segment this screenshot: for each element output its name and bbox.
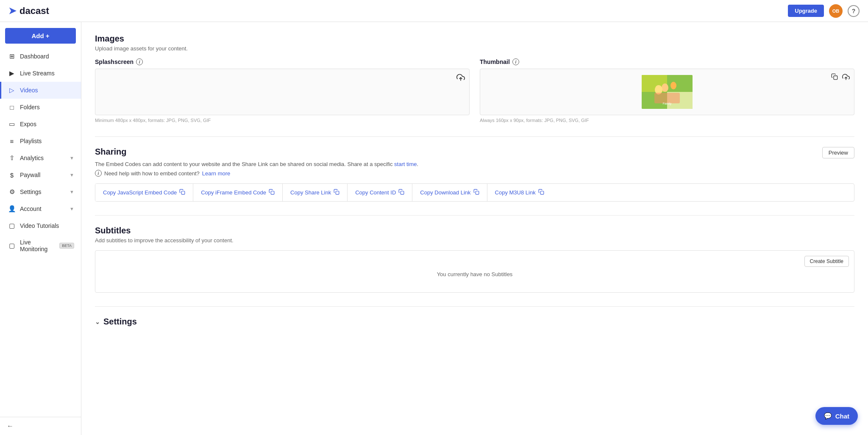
settings-icon: ⚙ [8,188,16,196]
images-description: Upload image assets for your content. [95,45,854,52]
thumbnail-wrapper: Thumbnail i [480,58,854,123]
video-tutorials-icon: ▢ [8,222,16,230]
sidebar-item-label: Settings [20,188,42,195]
copy-m3u8-link-button[interactable]: Copy M3U8 Link [487,184,552,201]
no-subtitles-text: You currently have no Subtitles [102,271,847,277]
settings-chevron-icon: ⌄ [95,319,100,325]
upgrade-button[interactable]: Upgrade [788,5,824,17]
sidebar-item-expos[interactable]: ▭ Expos [0,116,81,133]
divider-1 [95,136,854,137]
svg-rect-11 [181,191,185,194]
videos-icon: ▷ [8,86,16,94]
copy-js-embed-label: Copy JavaScript Embed Code [103,189,177,196]
avatar-button[interactable]: OB [829,4,843,18]
sidebar-item-folders[interactable]: □ Folders [0,99,81,116]
sidebar-item-label: Expos [20,121,36,127]
sidebar-item-label: Live Monitoring [20,239,53,252]
expos-icon: ▭ [8,120,16,128]
analytics-icon: ⇧ [8,154,16,162]
sidebar-item-label: Dashboard [20,53,49,60]
copy-content-id-button[interactable]: Copy Content ID [348,184,412,201]
splashscreen-hint: Minimum 480px x 480px, formats: JPG, PNG… [95,118,470,123]
thumbnail-hint: Always 160px x 90px, formats: JPG, PNG, … [480,118,854,123]
topbar-right: Upgrade OB ? [788,4,860,18]
copy-js-embed-button[interactable]: Copy JavaScript Embed Code [95,184,193,201]
chat-button[interactable]: 💬 Chat [815,407,858,425]
create-subtitle-button[interactable]: Create Subtitle [804,256,849,267]
svg-rect-14 [401,191,404,194]
sharing-header: Sharing Preview [95,147,854,158]
divider-2 [95,215,854,216]
sharing-description: The Embed Codes can add content to your … [95,161,476,167]
sidebar-item-live-monitoring[interactable]: ▢ Live Monitoring BETA [0,234,81,257]
sidebar-item-video-tutorials[interactable]: ▢ Video Tutorials [0,217,81,234]
copy-content-id-label: Copy Content ID [355,189,396,196]
svg-point-5 [670,82,676,89]
svg-rect-10 [834,76,837,80]
sidebar-item-playlists[interactable]: ≡ Playlists [0,133,81,150]
images-grid: Splashscreen i Minimum 480px x 480px, [95,58,854,123]
copy-m3u8-link-label: Copy M3U8 Link [495,189,536,196]
logo: ➤ dacast [8,6,49,17]
sharing-info-icon[interactable]: i [95,170,102,177]
add-button[interactable]: Add + [5,28,76,44]
folders-icon: □ [8,103,16,111]
settings-chevron-icon: ▼ [70,189,74,194]
sidebar-bottom: ← [0,417,81,435]
copy-js-embed-icon [179,189,185,196]
settings-header[interactable]: ⌄ Settings [95,317,854,332]
copy-iframe-embed-button[interactable]: Copy iFrame Embed Code [193,184,283,201]
logo-text: dacast [19,6,49,17]
topbar: ➤ dacast Upgrade OB ? [0,0,868,22]
copy-content-id-icon [398,189,404,196]
sidebar-item-label: Analytics [20,155,44,161]
sidebar-item-label: Playlists [20,138,42,144]
copy-download-link-button[interactable]: Copy Download Link [412,184,487,201]
sharing-section: Sharing Preview The Embed Codes can add … [95,147,854,202]
copy-share-link-button[interactable]: Copy Share Link [283,184,348,201]
live-monitoring-icon: ▢ [8,242,16,249]
sidebar-item-settings[interactable]: ⚙ Settings ▼ [0,183,81,200]
thumbnail-info-icon[interactable]: i [512,58,519,65]
sidebar-item-label: Video Tutorials [20,222,59,229]
subtitles-section: Subtitles Add subtitles to improve the a… [95,226,854,293]
sidebar-item-analytics[interactable]: ⇧ Analytics ▼ [0,150,81,166]
preview-button[interactable]: Preview [822,147,854,158]
thumbnail-upload-button[interactable] [842,73,850,83]
sidebar-item-live-streams[interactable]: ▶ Live Streams [0,65,81,82]
learn-more-link[interactable]: Learn more [202,170,230,177]
main-content: Images Upload image assets for your cont… [81,22,868,435]
splashscreen-area[interactable] [95,69,470,115]
thumbnail-area[interactable]: Family [480,69,854,115]
sidebar-item-label: Folders [20,104,40,111]
copy-download-icon [473,189,479,196]
app-body: Add + ⊞ Dashboard ▶ Live Streams ▷ Video… [0,22,868,435]
account-chevron-icon: ▼ [70,206,74,211]
copy-download-link-label: Copy Download Link [420,189,470,196]
help-button[interactable]: ? [848,5,860,17]
paywall-icon: $ [8,171,16,179]
start-time-link[interactable]: start time [394,161,417,167]
splashscreen-info-icon[interactable]: i [136,58,143,65]
sidebar-item-videos[interactable]: ▷ Videos [0,82,81,99]
svg-rect-15 [476,191,479,194]
sidebar-item-account[interactable]: 👤 Account ▼ [0,200,81,217]
sharing-desc-text: The Embed Codes can add content to your … [95,161,392,167]
sidebar-item-dashboard[interactable]: ⊞ Dashboard [0,48,81,65]
chat-icon: 💬 [824,412,832,420]
sharing-help: i Need help with how to embed content? L… [95,170,854,177]
beta-badge: BETA [59,243,74,249]
splashscreen-upload-button[interactable] [456,73,465,84]
sidebar-item-label: Live Streams [20,70,55,77]
sharing-title: Sharing [95,147,126,157]
sidebar-item-paywall[interactable]: $ Paywall ▼ [0,166,81,183]
thumbnail-image: Family [642,75,693,109]
thumbnail-label: Thumbnail [480,58,510,65]
splashscreen-wrapper: Splashscreen i Minimum 480px x 480px, [95,58,470,123]
collapse-sidebar-button[interactable]: ← [7,422,14,429]
thumbnail-copy-button[interactable] [831,73,838,82]
svg-text:Family: Family [663,102,672,105]
sidebar-item-label: Paywall [20,172,40,178]
chat-label: Chat [835,413,849,420]
sidebar-item-label: Videos [20,87,38,94]
